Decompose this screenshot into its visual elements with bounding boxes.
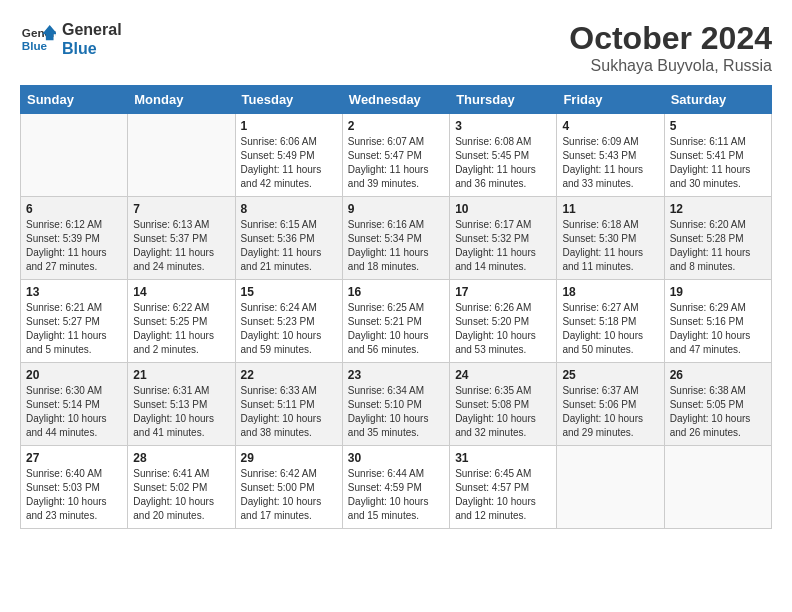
logo-general: General <box>62 20 122 39</box>
day-number: 9 <box>348 202 444 216</box>
day-info: Sunrise: 6:42 AMSunset: 5:00 PMDaylight:… <box>241 468 322 521</box>
header-row: SundayMondayTuesdayWednesdayThursdayFrid… <box>21 86 772 114</box>
day-number: 3 <box>455 119 551 133</box>
calendar-cell: 21Sunrise: 6:31 AMSunset: 5:13 PMDayligh… <box>128 363 235 446</box>
calendar-cell: 25Sunrise: 6:37 AMSunset: 5:06 PMDayligh… <box>557 363 664 446</box>
calendar-cell <box>664 446 771 529</box>
day-number: 25 <box>562 368 658 382</box>
calendar-week-5: 27Sunrise: 6:40 AMSunset: 5:03 PMDayligh… <box>21 446 772 529</box>
calendar-cell: 2Sunrise: 6:07 AMSunset: 5:47 PMDaylight… <box>342 114 449 197</box>
column-header-wednesday: Wednesday <box>342 86 449 114</box>
calendar-cell: 3Sunrise: 6:08 AMSunset: 5:45 PMDaylight… <box>450 114 557 197</box>
day-info: Sunrise: 6:29 AMSunset: 5:16 PMDaylight:… <box>670 302 751 355</box>
day-info: Sunrise: 6:41 AMSunset: 5:02 PMDaylight:… <box>133 468 214 521</box>
calendar-cell: 22Sunrise: 6:33 AMSunset: 5:11 PMDayligh… <box>235 363 342 446</box>
calendar-week-3: 13Sunrise: 6:21 AMSunset: 5:27 PMDayligh… <box>21 280 772 363</box>
day-number: 11 <box>562 202 658 216</box>
day-number: 19 <box>670 285 766 299</box>
day-info: Sunrise: 6:30 AMSunset: 5:14 PMDaylight:… <box>26 385 107 438</box>
day-number: 30 <box>348 451 444 465</box>
calendar-week-1: 1Sunrise: 6:06 AMSunset: 5:49 PMDaylight… <box>21 114 772 197</box>
day-info: Sunrise: 6:37 AMSunset: 5:06 PMDaylight:… <box>562 385 643 438</box>
day-info: Sunrise: 6:21 AMSunset: 5:27 PMDaylight:… <box>26 302 107 355</box>
day-info: Sunrise: 6:45 AMSunset: 4:57 PMDaylight:… <box>455 468 536 521</box>
title-block: October 2024 Sukhaya Buyvola, Russia <box>569 20 772 75</box>
day-info: Sunrise: 6:34 AMSunset: 5:10 PMDaylight:… <box>348 385 429 438</box>
day-info: Sunrise: 6:11 AMSunset: 5:41 PMDaylight:… <box>670 136 751 189</box>
calendar-cell: 23Sunrise: 6:34 AMSunset: 5:10 PMDayligh… <box>342 363 449 446</box>
calendar-week-4: 20Sunrise: 6:30 AMSunset: 5:14 PMDayligh… <box>21 363 772 446</box>
day-number: 7 <box>133 202 229 216</box>
day-number: 26 <box>670 368 766 382</box>
day-info: Sunrise: 6:12 AMSunset: 5:39 PMDaylight:… <box>26 219 107 272</box>
day-info: Sunrise: 6:13 AMSunset: 5:37 PMDaylight:… <box>133 219 214 272</box>
calendar-cell: 18Sunrise: 6:27 AMSunset: 5:18 PMDayligh… <box>557 280 664 363</box>
day-info: Sunrise: 6:44 AMSunset: 4:59 PMDaylight:… <box>348 468 429 521</box>
column-header-monday: Monday <box>128 86 235 114</box>
calendar-cell: 26Sunrise: 6:38 AMSunset: 5:05 PMDayligh… <box>664 363 771 446</box>
day-number: 1 <box>241 119 337 133</box>
day-number: 5 <box>670 119 766 133</box>
page-subtitle: Sukhaya Buyvola, Russia <box>569 57 772 75</box>
calendar-cell: 10Sunrise: 6:17 AMSunset: 5:32 PMDayligh… <box>450 197 557 280</box>
logo-blue: Blue <box>62 39 122 58</box>
calendar-cell: 14Sunrise: 6:22 AMSunset: 5:25 PMDayligh… <box>128 280 235 363</box>
page-title: October 2024 <box>569 20 772 57</box>
day-number: 27 <box>26 451 122 465</box>
header: General Blue General Blue October 2024 S… <box>20 20 772 75</box>
logo: General Blue General Blue <box>20 20 122 58</box>
day-info: Sunrise: 6:15 AMSunset: 5:36 PMDaylight:… <box>241 219 322 272</box>
column-header-saturday: Saturday <box>664 86 771 114</box>
day-info: Sunrise: 6:38 AMSunset: 5:05 PMDaylight:… <box>670 385 751 438</box>
day-number: 22 <box>241 368 337 382</box>
day-number: 6 <box>26 202 122 216</box>
calendar-cell: 27Sunrise: 6:40 AMSunset: 5:03 PMDayligh… <box>21 446 128 529</box>
day-info: Sunrise: 6:17 AMSunset: 5:32 PMDaylight:… <box>455 219 536 272</box>
calendar-table: SundayMondayTuesdayWednesdayThursdayFrid… <box>20 85 772 529</box>
calendar-cell: 31Sunrise: 6:45 AMSunset: 4:57 PMDayligh… <box>450 446 557 529</box>
day-info: Sunrise: 6:40 AMSunset: 5:03 PMDaylight:… <box>26 468 107 521</box>
column-header-tuesday: Tuesday <box>235 86 342 114</box>
calendar-cell: 6Sunrise: 6:12 AMSunset: 5:39 PMDaylight… <box>21 197 128 280</box>
day-number: 29 <box>241 451 337 465</box>
day-info: Sunrise: 6:09 AMSunset: 5:43 PMDaylight:… <box>562 136 643 189</box>
day-info: Sunrise: 6:18 AMSunset: 5:30 PMDaylight:… <box>562 219 643 272</box>
day-number: 31 <box>455 451 551 465</box>
day-info: Sunrise: 6:27 AMSunset: 5:18 PMDaylight:… <box>562 302 643 355</box>
calendar-cell: 1Sunrise: 6:06 AMSunset: 5:49 PMDaylight… <box>235 114 342 197</box>
calendar-cell: 17Sunrise: 6:26 AMSunset: 5:20 PMDayligh… <box>450 280 557 363</box>
day-number: 14 <box>133 285 229 299</box>
logo-icon: General Blue <box>20 21 56 57</box>
column-header-sunday: Sunday <box>21 86 128 114</box>
calendar-cell: 24Sunrise: 6:35 AMSunset: 5:08 PMDayligh… <box>450 363 557 446</box>
day-info: Sunrise: 6:33 AMSunset: 5:11 PMDaylight:… <box>241 385 322 438</box>
day-number: 16 <box>348 285 444 299</box>
day-info: Sunrise: 6:16 AMSunset: 5:34 PMDaylight:… <box>348 219 429 272</box>
calendar-cell: 8Sunrise: 6:15 AMSunset: 5:36 PMDaylight… <box>235 197 342 280</box>
calendar-cell: 11Sunrise: 6:18 AMSunset: 5:30 PMDayligh… <box>557 197 664 280</box>
day-number: 13 <box>26 285 122 299</box>
calendar-cell: 12Sunrise: 6:20 AMSunset: 5:28 PMDayligh… <box>664 197 771 280</box>
day-number: 18 <box>562 285 658 299</box>
day-number: 28 <box>133 451 229 465</box>
column-header-thursday: Thursday <box>450 86 557 114</box>
day-info: Sunrise: 6:24 AMSunset: 5:23 PMDaylight:… <box>241 302 322 355</box>
day-info: Sunrise: 6:35 AMSunset: 5:08 PMDaylight:… <box>455 385 536 438</box>
day-info: Sunrise: 6:31 AMSunset: 5:13 PMDaylight:… <box>133 385 214 438</box>
day-info: Sunrise: 6:25 AMSunset: 5:21 PMDaylight:… <box>348 302 429 355</box>
day-info: Sunrise: 6:20 AMSunset: 5:28 PMDaylight:… <box>670 219 751 272</box>
day-info: Sunrise: 6:07 AMSunset: 5:47 PMDaylight:… <box>348 136 429 189</box>
day-info: Sunrise: 6:06 AMSunset: 5:49 PMDaylight:… <box>241 136 322 189</box>
day-number: 10 <box>455 202 551 216</box>
day-number: 15 <box>241 285 337 299</box>
calendar-cell: 4Sunrise: 6:09 AMSunset: 5:43 PMDaylight… <box>557 114 664 197</box>
day-number: 23 <box>348 368 444 382</box>
calendar-cell: 29Sunrise: 6:42 AMSunset: 5:00 PMDayligh… <box>235 446 342 529</box>
day-info: Sunrise: 6:08 AMSunset: 5:45 PMDaylight:… <box>455 136 536 189</box>
calendar-cell <box>128 114 235 197</box>
calendar-cell: 15Sunrise: 6:24 AMSunset: 5:23 PMDayligh… <box>235 280 342 363</box>
day-number: 17 <box>455 285 551 299</box>
day-info: Sunrise: 6:26 AMSunset: 5:20 PMDaylight:… <box>455 302 536 355</box>
day-info: Sunrise: 6:22 AMSunset: 5:25 PMDaylight:… <box>133 302 214 355</box>
calendar-cell <box>21 114 128 197</box>
